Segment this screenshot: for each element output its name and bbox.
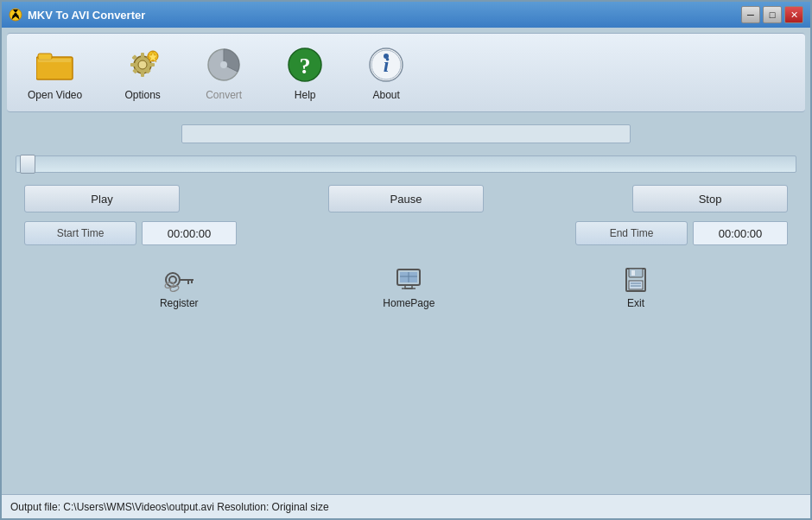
bottom-icons: Register HomePage (16, 254, 796, 321)
svg-rect-40 (631, 270, 635, 276)
time-controls: Start Time End Time (16, 221, 796, 245)
start-time-input[interactable] (142, 221, 237, 245)
maximize-button[interactable]: □ (763, 6, 782, 23)
window-title: MKV To AVI Converter (28, 9, 145, 22)
svg-rect-10 (149, 63, 155, 67)
exit-button[interactable]: Exit (611, 263, 661, 313)
about-button[interactable]: i About (358, 41, 414, 105)
homepage-icon (392, 266, 425, 294)
register-label: Register (160, 297, 199, 309)
svg-point-24 (384, 54, 389, 59)
window-controls: ─ □ ✕ (741, 6, 803, 23)
slider-thumb[interactable] (20, 155, 35, 174)
svg-rect-9 (130, 63, 136, 67)
svg-rect-4 (38, 59, 71, 62)
homepage-label: HomePage (383, 297, 435, 309)
minimize-button[interactable]: ─ (741, 6, 760, 23)
main-content: Play Pause Stop Start Time End Time (2, 117, 810, 494)
exit-icon (619, 266, 652, 294)
title-bar: MKV To AVI Converter ─ □ ✕ (2, 2, 810, 28)
svg-rect-7 (141, 53, 144, 58)
start-time-button[interactable]: Start Time (24, 221, 136, 245)
progress-bar (181, 124, 631, 143)
pause-button[interactable]: Pause (328, 185, 484, 212)
options-icon (122, 44, 163, 86)
svg-point-25 (166, 273, 180, 287)
svg-point-6 (138, 60, 147, 69)
options-button[interactable]: Options (115, 41, 170, 105)
end-time-group: End Time (575, 221, 788, 245)
end-time-input[interactable] (693, 221, 788, 245)
end-time-button[interactable]: End Time (575, 221, 688, 245)
open-video-button[interactable]: Open Video (21, 41, 89, 105)
about-label: About (372, 89, 399, 101)
app-icon (9, 8, 22, 22)
options-label: Options (124, 89, 160, 101)
register-button[interactable]: Register (151, 263, 207, 313)
close-button[interactable]: ✕ (784, 6, 803, 23)
svg-text:?: ? (300, 54, 311, 79)
convert-button[interactable]: Convert (196, 41, 251, 105)
status-text: Output file: C:\Users\WMS\Videos\output.… (10, 501, 329, 513)
title-bar-left: MKV To AVI Converter (9, 8, 145, 22)
stop-button[interactable]: Stop (632, 185, 788, 212)
svg-rect-39 (629, 269, 643, 277)
main-window: MKV To AVI Converter ─ □ ✕ Open Video (0, 0, 812, 520)
svg-rect-3 (38, 54, 52, 60)
register-icon (162, 266, 195, 294)
homepage-button[interactable]: HomePage (374, 263, 443, 313)
svg-rect-8 (141, 72, 144, 77)
svg-point-18 (220, 61, 227, 68)
help-label: Help (295, 89, 316, 101)
slider-container (16, 152, 796, 176)
help-icon: ? (284, 44, 326, 86)
open-video-label: Open Video (28, 89, 82, 101)
exit-label: Exit (627, 297, 644, 309)
play-button[interactable]: Play (24, 185, 180, 212)
playback-controls: Play Pause Stop (16, 185, 796, 212)
status-bar: Output file: C:\Users\WMS\Videos\output.… (2, 494, 810, 518)
convert-label: Convert (206, 89, 242, 101)
svg-rect-41 (629, 281, 643, 289)
seek-slider[interactable] (16, 155, 796, 173)
open-video-icon (35, 44, 76, 86)
start-time-group: Start Time (24, 221, 237, 245)
convert-icon (203, 44, 244, 86)
progress-container (16, 124, 796, 143)
about-icon: i (365, 44, 407, 86)
help-button[interactable]: ? Help (277, 41, 333, 105)
toolbar: Open Video (7, 33, 805, 112)
